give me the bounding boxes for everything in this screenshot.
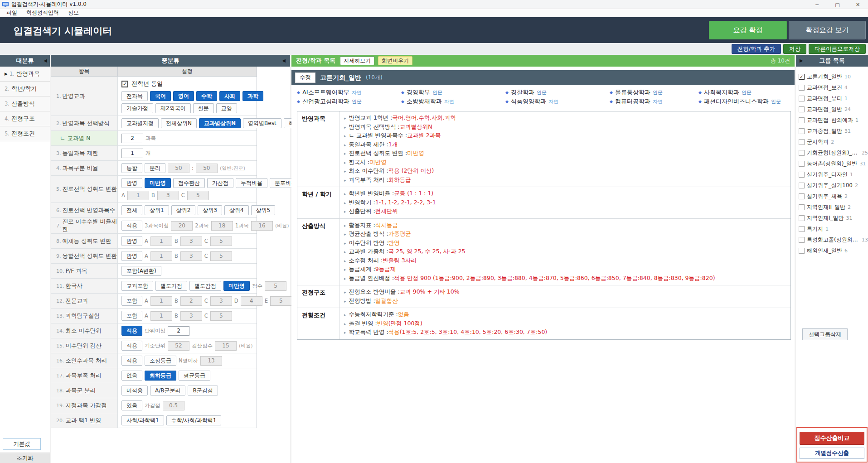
option-button[interactable]: 반영: [121, 236, 142, 246]
value-input[interactable]: [200, 356, 222, 366]
option-button[interactable]: 수학/사회/과학택1: [166, 415, 222, 425]
option-button[interactable]: 반영: [121, 178, 142, 188]
value-input[interactable]: [168, 326, 189, 336]
group-item-기회균형(정원외)_일반[interactable]: 기회균형(정원외)_일반25: [799, 147, 868, 158]
option-button[interactable]: 한문: [193, 103, 214, 113]
collapse-left-icon[interactable]: ◀: [44, 58, 47, 63]
sidebar-item-학년/학기[interactable]: 2.학년/학기: [0, 82, 50, 96]
expand-right-icon[interactable]: ▶: [800, 58, 803, 63]
dept-link-경찰학과[interactable]: ◆경찰학과인문: [505, 88, 610, 96]
value-input[interactable]: [196, 164, 218, 173]
clear-screen-button[interactable]: 화면비우기: [378, 56, 412, 65]
option-button[interactable]: 별도감점: [189, 281, 221, 291]
value-input[interactable]: [121, 149, 143, 158]
group-item-교과면접_일반[interactable]: 교과면접_일반24: [799, 104, 868, 115]
checkbox-icon[interactable]: [799, 128, 805, 134]
value-input[interactable]: [210, 236, 232, 246]
option-button-selected[interactable]: 사회: [219, 91, 240, 101]
group-item-교과중점_일반[interactable]: 교과중점_일반31: [799, 125, 868, 136]
option-button[interactable]: B군감점: [188, 386, 218, 395]
value-input[interactable]: [241, 296, 262, 306]
checkbox-icon[interactable]: [799, 139, 805, 145]
option-button[interactable]: 있음: [121, 400, 142, 410]
group-item-실기위주_실기100[interactable]: 실기위주_실기1002: [799, 180, 868, 191]
checkbox-icon[interactable]: [799, 172, 805, 178]
delete-selected-group-button[interactable]: 선택그룹삭제: [802, 328, 848, 340]
option-button[interactable]: 상위2: [171, 205, 196, 215]
checkbox-icon[interactable]: [799, 96, 805, 101]
value-input[interactable]: [127, 191, 149, 200]
option-button[interactable]: 가산점: [207, 178, 233, 188]
option-button-selected[interactable]: 최하등급: [145, 371, 176, 381]
dept-link-식품영양학과[interactable]: ◆식품영양학과자연: [505, 97, 610, 106]
value-input[interactable]: [265, 281, 286, 291]
value-input[interactable]: [163, 401, 184, 410]
checkbox-checked-icon[interactable]: ✓: [121, 81, 128, 87]
option-button[interactable]: 사회/과학택1: [121, 415, 164, 425]
edit-button[interactable]: 수정: [295, 72, 315, 83]
option-button[interactable]: 없음: [121, 371, 142, 381]
checkbox-icon[interactable]: [799, 106, 805, 112]
group-item-지역인재I_일반[interactable]: 지역인재I_일반31: [799, 212, 868, 223]
group-item-실기위주_체육[interactable]: 실기위주_체육2: [799, 191, 868, 202]
add-admission-dept-button[interactable]: 전형/학과 추가: [732, 44, 781, 54]
value-input[interactable]: [150, 311, 172, 321]
option-button[interactable]: 상위4: [224, 205, 249, 215]
option-button[interactable]: 반영: [121, 251, 142, 261]
value-input[interactable]: [150, 296, 172, 306]
option-button[interactable]: A/B군분리: [150, 386, 185, 395]
value-input[interactable]: [210, 296, 232, 306]
dept-link-경영학부[interactable]: ◆경영학부인문: [401, 88, 505, 96]
dept-link-사회복지학과[interactable]: ◆사회복지학과인문: [698, 88, 789, 96]
checkbox-icon[interactable]: [799, 226, 805, 232]
reset-button[interactable]: 초기화: [0, 453, 50, 463]
option-button[interactable]: 기술가정: [121, 103, 153, 113]
save-as-button[interactable]: 다른이름으로저장: [809, 44, 866, 54]
checkbox-icon[interactable]: [799, 237, 805, 243]
menu-item-학생성적입력[interactable]: 학생성적입력: [22, 9, 63, 17]
checkbox-icon[interactable]: [799, 248, 805, 254]
option-button[interactable]: 제2외국어: [155, 103, 191, 113]
value-input[interactable]: [215, 341, 237, 351]
detail-view-button[interactable]: 자세히보기: [340, 56, 374, 65]
option-button[interactable]: 교양: [216, 103, 237, 113]
value-input[interactable]: [168, 164, 189, 173]
checkbox-icon[interactable]: [799, 183, 805, 188]
option-button[interactable]: 전체: [121, 205, 142, 215]
dept-link-AI소프트웨어학부[interactable]: ◆AI소프트웨어학부자연: [297, 88, 401, 96]
option-button[interactable]: 영역별Best: [243, 118, 281, 128]
option-button[interactable]: 조정등급: [145, 356, 176, 366]
option-button[interactable]: 교과별지정: [121, 118, 159, 128]
value-input[interactable]: [157, 191, 179, 200]
value-input[interactable]: [180, 251, 202, 261]
dept-link-소방방재학과[interactable]: ◆소방방재학과자연: [401, 97, 505, 106]
sidebar-item-반영과목[interactable]: ▶1.반영과목: [0, 67, 50, 82]
minimize-button[interactable]: ─: [807, 0, 827, 9]
value-input[interactable]: [121, 134, 143, 143]
group-item-교과면접_보건[interactable]: 교과면접_보건4: [799, 82, 868, 93]
checkbox-icon[interactable]: [799, 85, 805, 91]
collapse-left-icon[interactable]: ◀: [282, 58, 286, 63]
maximize-button[interactable]: ▢: [827, 0, 848, 9]
option-button[interactable]: 적용: [121, 341, 142, 351]
value-input[interactable]: [171, 221, 193, 231]
option-button-selected[interactable]: 영어: [173, 91, 194, 101]
confirm-guideline-button[interactable]: 요강 확정: [709, 21, 787, 39]
option-button[interactable]: 평균등급: [179, 371, 210, 381]
option-button[interactable]: 누적비율: [236, 178, 267, 188]
sidebar-item-전형조건[interactable]: 5.전형조건: [0, 126, 50, 141]
option-button-selected[interactable]: 교과별상위N: [199, 118, 241, 128]
option-button[interactable]: 전체상위N: [161, 118, 197, 128]
option-button[interactable]: 점수환산: [173, 178, 205, 188]
view-confirmed-guideline-button[interactable]: 확정요강 보기: [789, 21, 866, 39]
checkbox-icon[interactable]: [799, 204, 805, 210]
option-button[interactable]: 전과목: [121, 91, 148, 101]
score-compare-button[interactable]: 점수산출비교: [800, 432, 864, 445]
option-button[interactable]: 포함: [121, 296, 142, 306]
option-button[interactable]: 적용: [121, 221, 142, 231]
option-button[interactable]: 미적용: [121, 386, 148, 395]
sidebar-item-산출방식[interactable]: 3.산출방식: [0, 96, 50, 111]
group-item-군사학과[interactable]: 군사학과2: [799, 136, 868, 147]
individual-score-button[interactable]: 개별점수산출: [800, 448, 864, 459]
value-input[interactable]: [187, 191, 209, 200]
